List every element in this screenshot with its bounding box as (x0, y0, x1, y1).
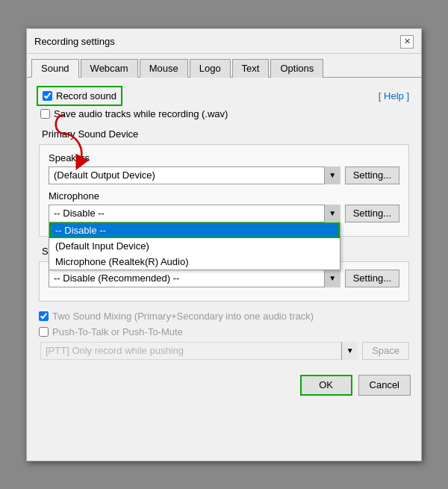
ptt-row: Push-To-Talk or Push-To-Mute (39, 326, 409, 337)
tab-text[interactable]: Text (232, 59, 270, 78)
speakers-label: Speakers (49, 152, 399, 163)
record-sound-checkbox[interactable] (43, 91, 52, 101)
record-sound-section: Record sound (39, 88, 120, 104)
help-link[interactable]: [ Help ] (379, 90, 409, 102)
speakers-row: (Default Output Device) ▼ Setting... (49, 166, 399, 184)
tab-mouse[interactable]: Mouse (140, 59, 188, 78)
mixing-checkbox[interactable] (39, 311, 49, 321)
ptt-select-row: [PTT] Only record while pushing ▼ Space (40, 342, 409, 360)
save-audio-row: Save audio tracks while recording (.wav) (40, 108, 409, 119)
speakers-select-wrapper: (Default Output Device) ▼ (49, 166, 340, 184)
recording-settings-dialog: Recording settings ✕ Sound Webcam Mouse … (26, 28, 422, 461)
speakers-select[interactable]: (Default Output Device) (49, 166, 340, 184)
microphone-dropdown-arrow[interactable]: ▼ (324, 205, 340, 222)
tab-bar: Sound Webcam Mouse Logo Text Options (27, 54, 421, 78)
save-audio-label: Save audio tracks while recording (.wav) (54, 108, 228, 119)
microphone-option-disable[interactable]: -- Disable -- (49, 222, 340, 238)
tab-webcam[interactable]: Webcam (81, 59, 138, 78)
primary-sound-section: Speakers (Default Output Device) ▼ Setti… (39, 144, 409, 237)
microphone-dropdown-container: -- Disable -- ▼ -- Disable -- (Default I… (49, 205, 340, 222)
secondary-select[interactable]: -- Disable (Recommended) -- (49, 270, 340, 287)
microphone-setting-button[interactable]: Setting... (345, 205, 399, 222)
ptt-key-box: Space (362, 342, 409, 360)
speakers-setting-button[interactable]: Setting... (345, 166, 399, 184)
microphone-option-realtek[interactable]: Microphone (Realtek(R) Audio) (49, 254, 340, 270)
microphone-label: Microphone (49, 190, 399, 202)
ptt-label: Push-To-Talk or Push-To-Mute (52, 326, 183, 337)
tab-options[interactable]: Options (270, 59, 323, 78)
tab-logo[interactable]: Logo (190, 59, 231, 78)
tab-sound[interactable]: Sound (31, 59, 79, 78)
mixing-row: Two Sound Mixing (Primary+Secondary into… (39, 311, 409, 322)
secondary-setting-button[interactable]: Setting... (345, 270, 399, 287)
ptt-checkbox[interactable] (39, 327, 49, 337)
ptt-select[interactable]: [PTT] Only record while pushing (40, 342, 358, 360)
secondary-select-row: -- Disable (Recommended) -- ▼ Setting... (49, 270, 399, 287)
ok-button[interactable]: OK (300, 375, 352, 396)
microphone-row: -- Disable -- ▼ -- Disable -- (Default I… (49, 205, 399, 222)
cancel-button[interactable]: Cancel (358, 375, 411, 396)
secondary-select-wrapper: -- Disable (Recommended) -- ▼ (49, 270, 340, 287)
primary-section-label: Primary Sound Device (42, 128, 409, 140)
microphone-option-default[interactable]: (Default Input Device) (49, 238, 340, 254)
record-sound-label: Record sound (56, 90, 116, 102)
ptt-select-wrapper: [PTT] Only record while pushing ▼ (40, 342, 358, 360)
mixing-label: Two Sound Mixing (Primary+Secondary into… (52, 311, 314, 322)
close-button[interactable]: ✕ (400, 35, 414, 49)
microphone-display[interactable]: -- Disable -- (49, 205, 340, 222)
save-audio-checkbox[interactable] (40, 109, 50, 119)
dialog-title: Recording settings (34, 36, 115, 47)
title-bar: Recording settings ✕ (27, 29, 421, 54)
microphone-display-value: -- Disable -- (54, 208, 105, 219)
microphone-dropdown-list: -- Disable -- (Default Input Device) Mic… (49, 222, 340, 270)
record-sound-row: Record sound [ Help ] (39, 88, 409, 104)
tab-content: Record sound [ Help ] Save audio tracks … (27, 78, 421, 367)
footer: OK Cancel (27, 367, 421, 406)
